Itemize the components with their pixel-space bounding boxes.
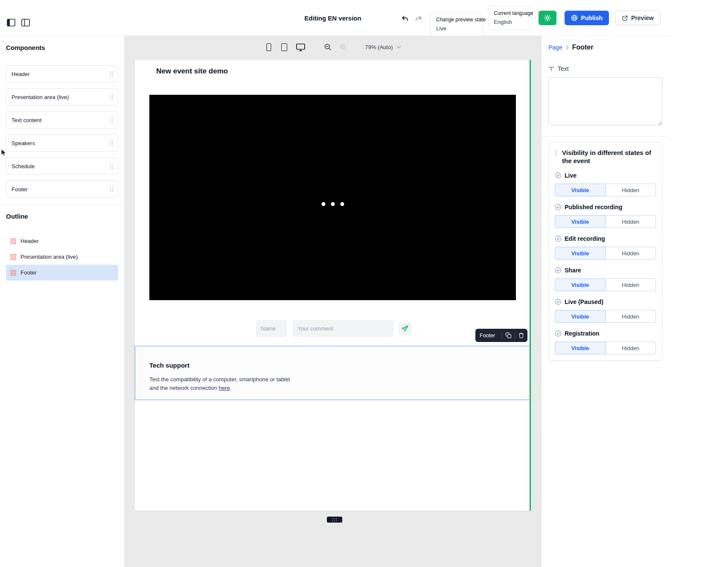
hidden-button[interactable]: Hidden (605, 310, 656, 323)
language-value: English (494, 19, 527, 25)
drag-handle-icon[interactable] (110, 163, 114, 170)
publish-label: Publish (581, 15, 603, 21)
language-label: Current language (494, 10, 527, 16)
outline-tree: Header Presentation area (live) Footer (6, 233, 118, 281)
panel-right-icon (21, 19, 30, 26)
site-editor-app: Editing EN version Change preview state … (0, 0, 728, 567)
comment-text-input[interactable] (293, 320, 393, 337)
zoom-level-dropdown[interactable]: 79% (Auto) (365, 44, 401, 50)
state-label: Live (Paused) (565, 298, 603, 305)
mobile-view-button[interactable] (265, 42, 273, 52)
topbar: Editing EN version Change preview state … (0, 0, 669, 36)
globe-icon (571, 15, 578, 21)
panel-divider (542, 136, 669, 137)
desktop-view-button[interactable] (295, 42, 306, 52)
visibility-toggle: Visible Hidden (555, 278, 656, 291)
outline-item-footer[interactable]: Footer (6, 265, 118, 281)
visible-button[interactable]: Visible (555, 278, 606, 291)
footer-component-selected[interactable]: Tech support Test the compatibility of a… (135, 346, 531, 400)
comment-name-input[interactable] (256, 320, 287, 337)
preview-state-dropdown[interactable]: Change preview state Live (431, 12, 483, 36)
component-label: Header (12, 71, 110, 77)
drag-handle-icon[interactable] (110, 186, 114, 193)
language-dropdown[interactable]: Current language English (488, 6, 533, 30)
components-sidebar: Components Header Presentation area (liv… (0, 36, 125, 567)
component-grid-icon (10, 254, 16, 260)
tablet-view-button[interactable] (280, 42, 288, 52)
component-item-presentation-area[interactable]: Presentation area (live) (6, 88, 118, 105)
preview-button[interactable]: Preview (615, 11, 661, 25)
hidden-button[interactable]: Hidden (605, 278, 656, 291)
state-label: Share (565, 267, 581, 274)
outline-label: Footer (20, 269, 37, 276)
footer-here-link[interactable]: here (219, 385, 230, 391)
zoom-level-value: 79% (Auto) (365, 44, 393, 50)
visibility-section-title: Visibility in different states of the ev… (562, 149, 652, 165)
breadcrumb: Page Footer (548, 44, 662, 51)
selection-toolbar: Footer (475, 329, 527, 342)
zoom-in-button[interactable] (338, 42, 348, 52)
presentation-video-area[interactable] (149, 95, 516, 300)
hidden-button[interactable]: Hidden (605, 342, 656, 354)
page-artboard: New event site demo Footer (135, 60, 531, 511)
redo-button[interactable] (414, 13, 424, 23)
visible-button[interactable]: Visible (555, 247, 606, 260)
drag-handle-icon[interactable] (555, 150, 558, 165)
loading-dots (321, 202, 344, 206)
outline-label: Header (20, 238, 39, 244)
preview-state-label: Change preview state (436, 17, 477, 23)
publish-button[interactable]: Publish (565, 11, 609, 25)
component-item-footer[interactable]: Footer (6, 181, 118, 198)
site-page-title[interactable]: New event site demo (156, 67, 228, 76)
state-label: Edit recording (565, 235, 605, 242)
component-label: Text content (12, 117, 110, 123)
breadcrumb-page-link[interactable]: Page (548, 44, 562, 51)
hidden-button[interactable]: Hidden (605, 184, 656, 196)
settings-button[interactable] (539, 11, 556, 25)
duplicate-button[interactable] (502, 329, 515, 342)
check-circle-icon (555, 204, 562, 210)
component-item-speakers[interactable]: Speakers (6, 134, 118, 152)
drag-handle-icon[interactable] (110, 140, 114, 146)
state-header: Registration (555, 329, 656, 338)
component-item-header[interactable]: Header (6, 65, 118, 82)
drag-handle-icon[interactable] (110, 71, 114, 77)
history-controls (399, 13, 424, 23)
visible-button[interactable]: Visible (555, 215, 606, 228)
chevron-right-icon (566, 45, 569, 50)
outline-item-header[interactable]: Header (6, 233, 118, 249)
hidden-button[interactable]: Hidden (605, 247, 656, 260)
drag-handle-icon[interactable] (110, 117, 114, 123)
drag-handle-icon[interactable] (110, 94, 114, 100)
hidden-button[interactable]: Hidden (605, 215, 656, 228)
component-item-text-content[interactable]: Text content (6, 111, 118, 129)
delete-button[interactable] (515, 329, 527, 342)
comment-bar (135, 320, 531, 337)
visible-button[interactable]: Visible (555, 342, 606, 354)
zoom-out-button[interactable] (323, 42, 332, 52)
bottom-drag-handle[interactable] (327, 517, 342, 523)
toggle-right-panel-button[interactable] (20, 18, 31, 27)
visibility-toggle: Visible Hidden (555, 310, 656, 323)
undo-button[interactable] (399, 13, 410, 23)
state-header: Share (555, 266, 656, 275)
components-title: Components (6, 44, 118, 51)
footer-body-line1: Test the compatibility of a computer, sm… (149, 376, 290, 383)
panel-left-icon (7, 19, 15, 26)
component-item-schedule[interactable]: Schedule (6, 158, 118, 175)
check-circle-icon (555, 267, 562, 274)
footer-body-suffix: . (230, 385, 232, 391)
inspector-panel: Page Footer Text Visibility in different… (541, 36, 669, 567)
visibility-state-live: Live Visible Hidden (555, 171, 656, 196)
visibility-state-edit-recording: Edit recording Visible Hidden (555, 234, 656, 260)
outline-item-presentation-area[interactable]: Presentation area (live) (6, 249, 118, 265)
state-label: Registration (565, 330, 600, 337)
selection-label: Footer (475, 333, 502, 339)
send-comment-button[interactable] (399, 322, 411, 335)
visible-button[interactable]: Visible (555, 310, 606, 323)
visibility-settings-card: Visibility in different states of the ev… (548, 142, 662, 361)
toggle-left-panel-button[interactable] (6, 18, 16, 27)
zoom-in-icon (339, 43, 347, 51)
visible-button[interactable]: Visible (555, 184, 606, 196)
footer-text-textarea[interactable] (548, 77, 662, 126)
